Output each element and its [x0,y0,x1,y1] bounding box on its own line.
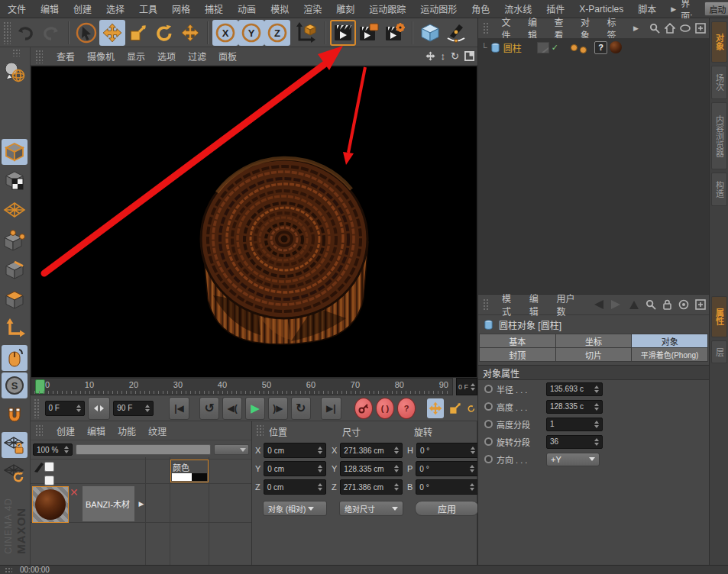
view-maximize-icon[interactable] [464,51,474,61]
workplane-mode-button[interactable] [2,197,28,223]
range-start-stepper[interactable] [76,405,81,412]
spline-pen-button[interactable] [443,20,469,46]
points-mode-button[interactable] [2,227,28,253]
keyframe-dot[interactable] [484,420,493,428]
prop-rseg-field[interactable]: 36 [546,435,603,449]
om-menu-file[interactable]: 文件 [502,15,518,41]
stepper[interactable] [594,403,599,411]
menu-sculpt[interactable]: 雕刻 [336,2,354,15]
stepper[interactable] [318,483,322,491]
am-lock-icon[interactable] [662,299,672,310]
editor-visibility-dot[interactable] [571,44,578,51]
tab-phong[interactable]: 平滑着色(Phong) [632,348,707,361]
play-button[interactable]: ▶ [245,397,265,420]
menu-xparticles[interactable]: X-Particles [579,4,623,15]
stepper[interactable] [594,421,599,428]
mat-menu-edit[interactable]: 编辑 [87,424,105,437]
model-mode-button[interactable] [2,139,28,165]
om-menu-overflow-icon[interactable]: ▶ [633,24,639,32]
live-selection-button[interactable] [73,20,99,46]
pos-y-field[interactable]: 0 cm [264,461,326,476]
range-end-field[interactable]: 90 F [113,401,154,416]
viewport-grip[interactable] [35,50,43,63]
material-name-cell[interactable]: BANZI-木材 [83,486,134,521]
menu-overflow-icon[interactable]: ▶ [671,5,676,13]
size-z-field[interactable]: 271.386 cm [340,479,403,495]
stepper[interactable] [394,447,399,454]
play-forward-loop-button[interactable]: ↻ [291,397,311,420]
play-backwards-button[interactable]: ↺ [199,397,219,420]
vp-menu-options[interactable]: 选项 [157,50,176,63]
color-track-cell[interactable]: 颜色 [170,460,209,482]
move-tool-button[interactable] [99,20,125,46]
prop-hseg-field[interactable]: 1 [546,418,603,431]
range-end-stepper[interactable] [145,405,150,412]
am-new-panel-icon[interactable] [695,299,706,310]
menu-file[interactable]: 文件 [8,2,26,15]
om-menu-edit[interactable]: 编辑 [528,15,544,41]
menu-create[interactable]: 创建 [73,2,92,15]
add-cube-button[interactable] [417,20,443,46]
lock-z-axis-button[interactable]: Z [264,20,290,46]
om-menu-view[interactable]: 查看 [555,15,571,41]
size-y-field[interactable]: 128.335 cm [340,461,403,476]
menu-render[interactable]: 渲染 [303,2,322,15]
mat-menu-function[interactable]: 功能 [118,424,136,437]
vp-menu-filter[interactable]: 过滤 [188,50,206,63]
menu-tools[interactable]: 工具 [139,2,157,15]
goto-end-button[interactable]: ▶| [321,397,342,420]
snap-s-button[interactable]: S [2,372,28,398]
om-grip[interactable] [483,22,490,34]
current-frame-field[interactable]: 0 F [456,378,477,395]
track-checkbox-2[interactable] [44,476,54,485]
rot-b-field[interactable]: 0 ° [416,479,478,495]
object-name[interactable]: 圆柱 [503,41,522,54]
orientation-dropdown[interactable]: +Y [546,453,600,466]
menu-character[interactable]: 角色 [471,2,490,15]
next-key-button[interactable]: )▶ [268,397,288,420]
am-target-icon[interactable] [678,299,689,310]
key-position-toggle[interactable] [427,398,444,418]
range-nudge-buttons[interactable] [88,397,110,420]
stepper[interactable] [318,447,322,454]
axis-mode-button[interactable] [2,316,28,342]
tab-content-browser-vertical[interactable]: 内容浏览器 [711,102,727,169]
tab-caps[interactable]: 封顶 [480,348,555,361]
prop-height-field[interactable]: 128.335 c [546,400,603,414]
range-start-field[interactable]: 0 F [45,401,86,416]
autokey-button[interactable]: ( ) [376,398,394,419]
edges-mode-button[interactable] [2,257,28,283]
history-back-icon[interactable] [592,299,604,310]
stepper[interactable] [471,447,475,454]
coords-grip[interactable] [256,424,264,437]
layer-tag-icon[interactable] [537,42,549,53]
zoom-stepper[interactable] [64,446,69,453]
rot-p-field[interactable]: 0 ° [416,461,478,476]
object-list[interactable]: └ 圆柱 ✓ ? [478,38,709,294]
prop-radius-field[interactable]: 135.693 c [546,382,603,396]
tab-coord[interactable]: 坐标 [556,334,632,347]
apply-button[interactable]: 应用 [415,501,479,516]
rot-h-field[interactable]: 0 ° [416,443,479,458]
render-visibility-dot[interactable] [580,47,587,53]
dopesheet-scrollbar[interactable] [76,444,211,455]
last-tool-button[interactable] [177,20,203,46]
am-menu-edit[interactable]: 编辑 [529,292,546,318]
key-rotation-toggle[interactable] [467,398,476,418]
tab-slice[interactable]: 切片 [556,348,632,361]
prev-key-button[interactable]: ◀( [222,397,242,420]
om-menu-objects[interactable]: 对象 [581,15,597,41]
lock-y-axis-button[interactable]: Y [238,20,264,46]
size-mode-dropdown[interactable]: 绝对尺寸 [339,501,403,516]
object-properties-header[interactable]: 对象属性 [478,365,709,380]
dopesheet-zoom-field[interactable]: 100 % [33,443,73,456]
view-zoom-icon[interactable]: ↕ [441,50,446,62]
render-view-button[interactable] [330,20,356,46]
viewport-solo-button[interactable] [2,345,28,371]
history-forward-icon[interactable] [610,299,623,310]
lock-x-axis-button[interactable]: X [212,20,238,46]
make-editable-button[interactable] [2,60,28,85]
redo-button[interactable] [38,20,64,46]
keyframe-dot[interactable] [484,385,493,393]
interface-dropdown[interactable]: 启动 [704,2,728,16]
